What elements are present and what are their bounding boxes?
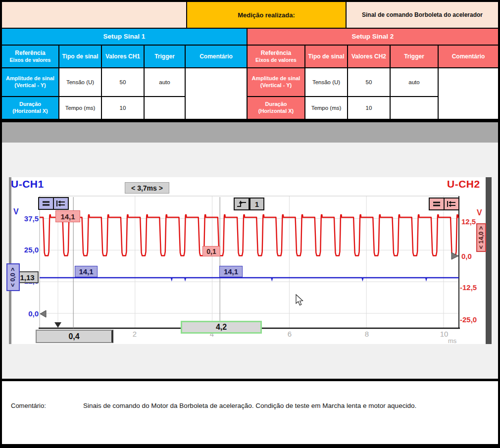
- comment-section: [2, 381, 498, 444]
- setup2-amplitude-sub: (Vertical - Y): [260, 82, 292, 89]
- gray-toolbar-band: [2, 122, 498, 143]
- ch2-scroll-left-button[interactable]: [444, 198, 459, 210]
- setup2-col-comentario: Comentário: [439, 46, 498, 67]
- setup1-row-duracao-label: Duração (Horizontal X): [2, 97, 58, 119]
- top-band-empty-cell: [2, 2, 186, 28]
- measurement-report-page: Medição realizada: Sinal de comando Borb…: [0, 0, 500, 448]
- rising-edge-icon: [235, 199, 249, 208]
- ch1-controls: [38, 197, 68, 210]
- setup2-duracao-main: Duração: [265, 101, 287, 108]
- cursor2-time-box-selected[interactable]: 4,2: [181, 321, 262, 334]
- x-tick-2: 2: [125, 330, 145, 338]
- setup1-col-valores: Valores CH1: [102, 46, 144, 67]
- setup1-col-trigger: Trigger: [145, 46, 185, 67]
- ch2-cursor1-value-box: 14,1: [55, 210, 80, 222]
- ch2-label: U-CH2: [447, 178, 480, 190]
- right-tick-12-5: 12,5: [461, 217, 476, 226]
- right-tick-0-0: 0,0: [461, 252, 472, 260]
- ch2-controls: [429, 198, 458, 210]
- setup-signal-1-table: Setup Sinal 1 Referência Eixos de valore…: [2, 29, 247, 119]
- setup1-duracao-sub: (Horizontal X): [12, 108, 48, 115]
- setup1-col-tipo: Tipo de sinal: [59, 46, 101, 67]
- setup1-amplitude-trigger: auto: [145, 68, 185, 96]
- scope-left-edge-bar: [9, 177, 11, 344]
- setup1-col-referencia-main: Referência: [15, 50, 45, 57]
- menu-lines-icon: [41, 200, 51, 207]
- setup2-amplitude-tipo: Tensão (U): [305, 68, 347, 96]
- ch2-menu-button[interactable]: [429, 198, 445, 210]
- x-tick-6: 6: [280, 330, 300, 338]
- setup2-col-referencia-main: Referência: [261, 50, 291, 57]
- setup1-duracao-trigger: [145, 97, 185, 119]
- right-tick-neg-12-5: -12,5: [460, 283, 477, 292]
- setup1-col-referencia: Referência Eixos de valores: [2, 46, 58, 67]
- setup1-duracao-tipo: Tempo (ms): [59, 97, 101, 119]
- ch1-scroll-left-button[interactable]: [53, 197, 69, 210]
- setup1-amplitude-sub: (Vertical - Y): [14, 82, 46, 89]
- cursor-delta-time-box[interactable]: < 3,7ms >: [125, 182, 169, 194]
- left-axis-unit: V: [13, 207, 19, 216]
- ch1-offset-range-handle[interactable]: < 0,0 >: [6, 263, 20, 291]
- setup2-duracao-valor: 10: [348, 97, 390, 119]
- setup-signal-2-table: Setup Sinal 2 Referência Eixos de valore…: [248, 29, 498, 119]
- setup1-col-referencia-sub: Eixos de valores: [10, 57, 51, 63]
- trigger-channel-number: 1: [250, 200, 263, 208]
- setup2-amplitude-trigger: auto: [391, 68, 438, 96]
- x-axis-unit: ms: [448, 337, 456, 345]
- ch2-cursor2-value-box: 0,1: [202, 246, 220, 256]
- setup1-amplitude-main: Amplitude de sinal: [6, 75, 54, 82]
- setup2-col-referencia: Referência Eixos de valores: [248, 46, 304, 67]
- left-tick-37-5: 37,5: [19, 214, 39, 223]
- setup2-duracao-trigger: [391, 97, 438, 119]
- setup2-col-valores: Valores CH2: [348, 46, 390, 67]
- cursor1-time-box[interactable]: 0,4: [36, 330, 113, 343]
- ch1-offset-range-label: < 0,0 >: [10, 268, 17, 287]
- ch1-label: U-CH1: [11, 178, 44, 190]
- setup2-col-referencia-sub: Eixos de valores: [255, 57, 297, 63]
- x-tick-8: 8: [357, 330, 377, 338]
- setup1-amplitude-tipo: Tensão (U): [59, 68, 101, 96]
- setup2-duracao-sub: (Horizontal X): [258, 108, 294, 115]
- left-tick-25-0: 25,0: [19, 246, 39, 254]
- measurement-performed-label: Medição realizada:: [187, 2, 346, 28]
- arrows-to-bar-icon: [55, 199, 66, 207]
- arrows-to-bar-icon: [446, 200, 457, 208]
- setup2-comment-cell: [439, 68, 498, 119]
- comment-label: Comentário:: [11, 402, 46, 409]
- ch2-amplitude-range-handle[interactable]: < 14,0 >: [476, 223, 486, 252]
- trigger-indicator[interactable]: 1: [234, 198, 264, 210]
- measurement-performed-value: Sinal de comando Borboleta do acelerador: [347, 2, 498, 28]
- ch2-amplitude-range-label: < 14,0 >: [478, 226, 485, 249]
- setup1-amplitude-valor: 50: [102, 68, 144, 96]
- setup2-row-amplitude-label: Amplitude de sinal (Vertical - Y): [248, 68, 304, 96]
- setup1-duracao-valor: 10: [102, 97, 144, 119]
- comment-text: Sinais de comando do Motor da Borboleta …: [83, 402, 489, 409]
- ch1-cursor1-value-box: 14,1: [75, 266, 98, 277]
- setup2-col-tipo: Tipo de sinal: [305, 46, 347, 67]
- ch1-menu-button[interactable]: [38, 197, 54, 210]
- right-axis-unit: V: [477, 208, 482, 217]
- menu-lines-icon: [432, 200, 442, 207]
- setup1-duracao-main: Duração: [19, 101, 41, 108]
- setup2-duracao-tipo: Tempo (ms): [305, 97, 347, 119]
- setup1-col-comentario: Comentário: [186, 46, 247, 67]
- ch1-cursor2-value-box: 14,1: [219, 266, 243, 277]
- setup2-col-trigger: Trigger: [391, 46, 438, 67]
- setup2-amplitude-valor: 50: [348, 68, 390, 96]
- setup2-title: Setup Sinal 2: [248, 29, 498, 45]
- scope-right-edge-bar: [486, 177, 492, 344]
- setup1-comment-cell: [186, 68, 247, 119]
- setup2-row-duracao-label: Duração (Horizontal X): [248, 97, 304, 119]
- right-tick-neg-25-0: -25,0: [460, 315, 477, 324]
- setup1-row-amplitude-label: Amplitude de sinal (Vertical - Y): [2, 68, 58, 96]
- left-tick-0-0: 0,0: [19, 309, 39, 318]
- setup2-amplitude-main: Amplitude de sinal: [252, 75, 300, 82]
- setup1-title: Setup Sinal 1: [2, 29, 247, 45]
